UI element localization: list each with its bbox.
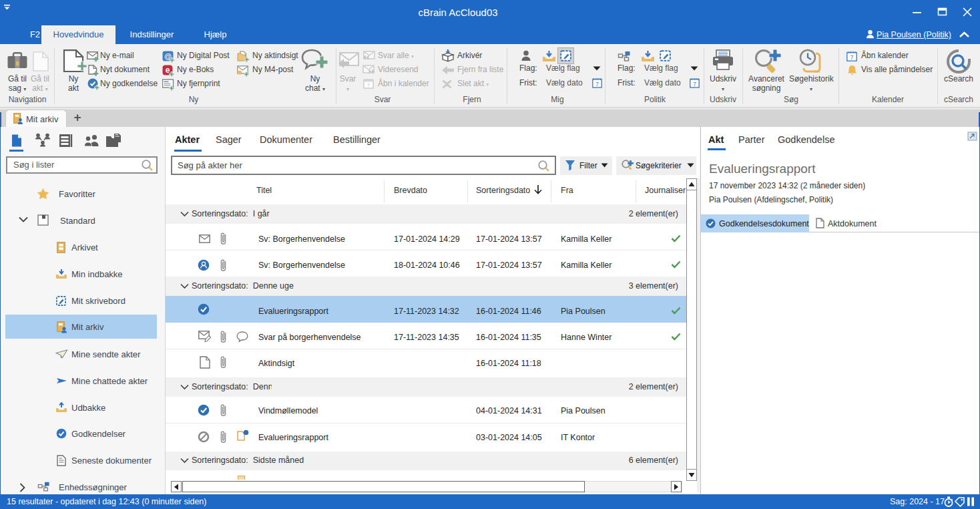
svg-text:7: 7 [850,54,854,61]
svg-text:7: 7 [595,81,599,88]
svg-text:7: 7 [693,81,696,88]
svg-text:7: 7 [367,82,371,88]
svg-text:@: @ [164,52,172,60]
